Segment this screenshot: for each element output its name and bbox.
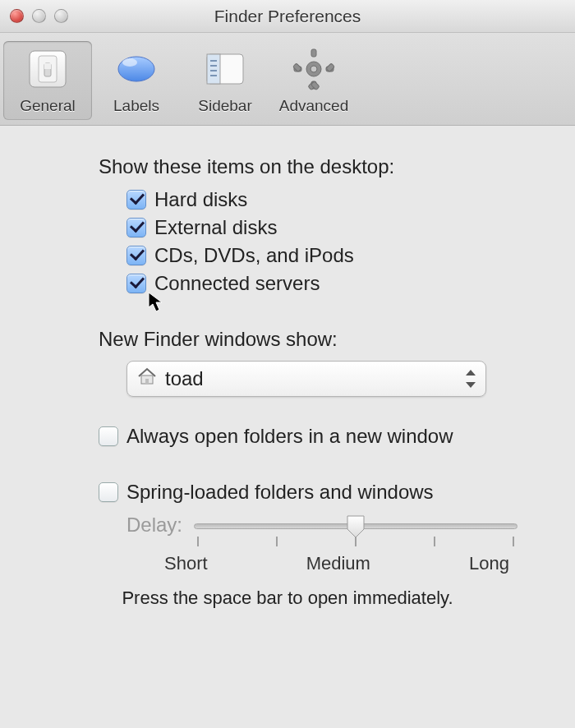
tab-labels[interactable]: Labels (92, 41, 181, 120)
checkbox-icon[interactable] (126, 246, 146, 265)
svg-rect-23 (145, 379, 149, 384)
checkbox-label: Spring-loaded folders and windows (126, 481, 434, 504)
checkbox-icon[interactable] (126, 218, 146, 237)
checkbox-label: Always open folders in a new window (126, 425, 453, 448)
checkbox-icon[interactable] (126, 274, 146, 293)
general-pane: Show these items on the desktop: Hard di… (0, 126, 575, 625)
delay-slider[interactable] (194, 512, 518, 538)
preferences-toolbar: General Labels (0, 33, 575, 126)
advanced-icon (291, 46, 337, 92)
tab-label: Labels (113, 97, 159, 115)
svg-point-21 (310, 66, 317, 72)
checkbox-icon[interactable] (126, 190, 146, 210)
checkbox-spring-loaded[interactable]: Spring-loaded folders and windows (99, 481, 559, 504)
tab-label: Advanced (279, 97, 349, 115)
legend-short: Short (164, 553, 208, 574)
checkbox-external-disks[interactable]: External disks (126, 216, 559, 239)
checkbox-label: Connected servers (154, 272, 320, 295)
checkbox-cds-dvds-ipods[interactable]: CDs, DVDs, and iPods (126, 244, 559, 267)
svg-rect-7 (207, 54, 220, 84)
tab-label: Sidebar (198, 97, 252, 115)
checkbox-icon[interactable] (99, 482, 118, 502)
svg-rect-3 (44, 63, 51, 69)
general-icon (25, 46, 71, 92)
checkbox-label: CDs, DVDs, and iPods (154, 244, 354, 267)
window-controls (10, 9, 68, 23)
titlebar: Finder Preferences (0, 0, 575, 33)
checkbox-label: Hard disks (154, 188, 247, 211)
close-button[interactable] (10, 9, 24, 23)
legend-medium: Medium (306, 553, 370, 574)
tab-label: General (20, 97, 76, 115)
delay-label: Delay: (126, 514, 182, 537)
checkbox-connected-servers[interactable]: Connected servers (126, 272, 559, 295)
tab-advanced[interactable]: Advanced (269, 41, 358, 120)
slider-legend: Short Medium Long (164, 553, 509, 574)
svg-rect-13 (311, 49, 316, 57)
desktop-items-title: Show these items on the desktop: (99, 155, 559, 178)
tab-sidebar[interactable]: Sidebar (181, 41, 269, 120)
zoom-button[interactable] (54, 9, 68, 23)
new-window-popup[interactable]: toad (126, 361, 486, 397)
minimize-button[interactable] (32, 9, 46, 23)
new-window-title: New Finder windows show: (99, 328, 559, 351)
popup-value: toad (165, 367, 204, 390)
checkbox-icon[interactable] (99, 426, 118, 446)
checkbox-label: External disks (154, 216, 277, 239)
checkbox-always-open-new-window[interactable]: Always open folders in a new window (99, 425, 559, 448)
tab-general[interactable]: General (3, 41, 92, 120)
sidebar-icon (202, 46, 248, 92)
slider-thumb[interactable] (346, 514, 366, 537)
labels-icon (113, 46, 159, 92)
chevron-updown-icon (466, 370, 477, 388)
spring-hint: Press the space bar to open immediately. (16, 587, 559, 609)
window-title: Finder Preferences (0, 7, 575, 26)
checkbox-hard-disks[interactable]: Hard disks (126, 188, 559, 211)
home-icon (137, 367, 157, 390)
svg-point-5 (122, 58, 137, 67)
legend-long: Long (469, 553, 509, 574)
